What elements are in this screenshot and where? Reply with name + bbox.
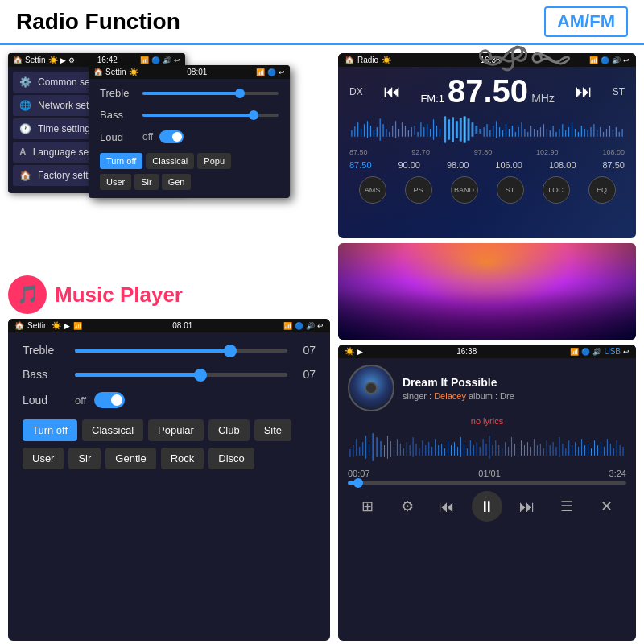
svg-rect-24 <box>460 118 462 141</box>
eq-btn-classical[interactable]: Classical <box>146 153 194 169</box>
big-treble-slider[interactable] <box>75 349 287 353</box>
svg-rect-150 <box>526 442 528 456</box>
big-btn-user[interactable]: User <box>23 448 64 469</box>
mp-back[interactable]: ↩ <box>623 348 630 356</box>
factory-icon: 🏠 <box>19 170 31 181</box>
svg-rect-63 <box>559 129 560 137</box>
big-bass-slider[interactable] <box>75 373 287 377</box>
mp-btn-prev[interactable]: ⏮ <box>432 492 461 521</box>
svg-rect-149 <box>523 445 525 456</box>
mp-btn-play[interactable]: ⏸ <box>472 491 502 522</box>
svg-rect-66 <box>568 127 570 137</box>
big-btn-disco[interactable]: Disco <box>208 448 254 469</box>
svg-rect-23 <box>456 121 458 138</box>
mp-progress-bar[interactable] <box>348 481 626 485</box>
mp-android-bar: ☀️ ▶ 16:38 📶 🔵 🔊 USB ↩ <box>338 345 636 358</box>
eq-home-icon: 🏠 <box>93 68 103 76</box>
big-btn-sir[interactable]: Sir <box>68 448 101 469</box>
station-1[interactable]: 87.50 <box>349 160 372 170</box>
big-bass-val: 07 <box>295 368 316 381</box>
svg-rect-157 <box>549 445 551 456</box>
music-title: Music Player <box>55 283 183 308</box>
eq-btn-popular[interactable]: Popu <box>197 153 231 169</box>
station-4[interactable]: 106.00 <box>495 160 522 170</box>
radio-vol: 🔊 <box>612 56 621 64</box>
eq-btn-sir[interactable]: Sir <box>134 174 158 190</box>
mp-btn-playlist[interactable]: ⊞ <box>353 492 382 521</box>
big-btn-site[interactable]: Site <box>254 419 291 441</box>
svg-rect-72 <box>587 130 588 137</box>
mp-btn-close[interactable]: ✕ <box>592 492 621 521</box>
station-3[interactable]: 98.00 <box>447 160 469 170</box>
station-5[interactable]: 108.00 <box>549 160 576 170</box>
treble-slider[interactable] <box>142 92 279 95</box>
mp-btn-settings[interactable]: ⚙ <box>393 492 422 521</box>
svg-rect-3 <box>361 129 362 137</box>
svg-rect-104 <box>380 441 382 457</box>
radio-ctrl-st[interactable]: ST <box>497 176 524 204</box>
svg-rect-37 <box>436 126 437 137</box>
svg-rect-15 <box>398 129 400 137</box>
svg-rect-98 <box>359 447 361 456</box>
svg-rect-65 <box>565 130 567 137</box>
svg-rect-102 <box>372 433 374 461</box>
station-6[interactable]: 87.50 <box>602 160 625 170</box>
big-btn-popular[interactable]: Popular <box>148 419 204 441</box>
mp-usb-label: USB <box>604 347 621 356</box>
svg-rect-55 <box>534 129 535 137</box>
big-loud-row: Loud off <box>23 392 316 408</box>
svg-rect-171 <box>593 440 595 456</box>
header-badge: AM/FM <box>544 6 628 37</box>
svg-rect-154 <box>539 444 541 456</box>
radio-freq-display: FM:1 87.50 MHz <box>420 73 555 109</box>
radio-ctrl-loc[interactable]: LOC <box>543 176 570 204</box>
eq-back-icon[interactable]: ↩ <box>279 68 285 76</box>
back-icon[interactable]: ↩ <box>174 56 180 64</box>
svg-rect-129 <box>460 437 461 457</box>
svg-rect-16 <box>401 122 402 137</box>
eq-btn-gentle[interactable]: Gen <box>162 174 192 190</box>
svg-rect-96 <box>353 445 354 457</box>
svg-rect-47 <box>508 129 510 137</box>
radio-next-btn[interactable]: ⏭ <box>575 81 592 102</box>
big-btn-classical[interactable]: Classical <box>82 419 143 441</box>
big-eq-bt2: 🔵 <box>295 322 303 330</box>
svg-rect-75 <box>597 130 598 137</box>
svg-rect-155 <box>543 448 544 456</box>
svg-rect-162 <box>565 448 567 456</box>
eq-btn-turnoff[interactable]: Turn off <box>100 153 142 169</box>
language-icon: A <box>19 147 27 158</box>
radio-ctrl-eq[interactable]: EQ <box>588 176 616 204</box>
radio-back[interactable]: ↩ <box>623 56 630 64</box>
radio-prev-btn[interactable]: ⏮ <box>383 81 401 102</box>
big-eq-back2[interactable]: ↩ <box>317 322 324 330</box>
svg-rect-111 <box>402 448 404 456</box>
svg-rect-36 <box>433 119 435 139</box>
radio-section: 🏠 Radio ☀️ 16:36 📶 🔵 🔊 ↩ DX ⏮ <box>338 53 636 238</box>
svg-rect-166 <box>578 447 580 456</box>
big-btn-rock[interactable]: Rock <box>161 448 204 469</box>
radio-ctrl-ps[interactable]: PS <box>405 176 432 204</box>
settings-bar-title: Settin <box>25 56 46 64</box>
mp-btn-list[interactable]: ☰ <box>552 492 581 521</box>
bass-slider[interactable] <box>142 114 279 117</box>
home-icon: 🏠 <box>13 56 23 64</box>
big-btn-gentle[interactable]: Gentle <box>105 448 155 469</box>
big-btn-turnoff[interactable]: Turn off <box>23 419 77 441</box>
radio-ctrl-band[interactable]: BAND <box>451 176 478 204</box>
svg-rect-22 <box>452 117 454 142</box>
svg-rect-11 <box>386 129 387 137</box>
radio-unit: MHz <box>531 92 555 105</box>
radio-ctrl-ams[interactable]: AMS <box>359 176 386 204</box>
svg-rect-127 <box>453 442 455 456</box>
radio-st: ST <box>613 86 625 97</box>
svg-rect-54 <box>530 126 532 137</box>
big-loud-toggle[interactable] <box>94 392 125 408</box>
mp-btn-next[interactable]: ⏭ <box>513 492 542 521</box>
station-2[interactable]: 90.00 <box>398 160 420 170</box>
radio-frequency: 87.50 <box>448 73 528 109</box>
eq-btn-user[interactable]: User <box>100 174 131 190</box>
mp-bar-time: 16:38 <box>456 347 477 356</box>
loud-toggle[interactable] <box>159 130 184 143</box>
big-btn-club[interactable]: Club <box>208 419 250 441</box>
